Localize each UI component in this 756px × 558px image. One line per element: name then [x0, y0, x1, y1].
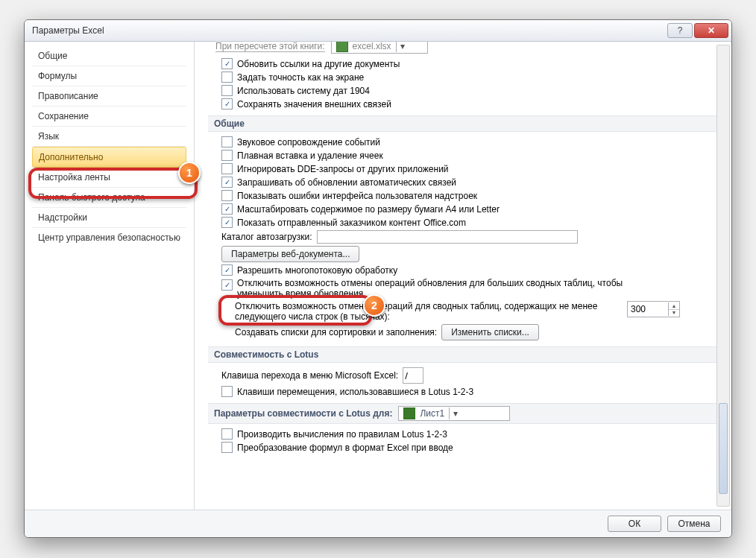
- sidebar-item-advanced[interactable]: Дополнительно: [32, 147, 186, 168]
- chk-update-links[interactable]: [221, 58, 233, 69]
- edit-lists-button[interactable]: Изменить списки...: [441, 324, 539, 340]
- options-content: При пересчете этой книги: excel.xlsx ▾ О…: [195, 42, 731, 510]
- chk-sound[interactable]: [221, 136, 233, 148]
- excel-file-icon: [336, 42, 348, 52]
- chk-sound-label: Звуковое сопровождение событий: [237, 137, 380, 148]
- chk-lotus-formula-convert-label: Преобразование формул в формат Excel при…: [237, 443, 453, 453]
- chk-ignore-dde-label: Игнорировать DDE-запросы от других прило…: [237, 164, 449, 174]
- chk-1904[interactable]: [221, 85, 233, 96]
- chk-ask-update-label: Запрашивать об обновлении автоматических…: [237, 177, 456, 188]
- lotus-params-label: Параметры совместимости с Lotus для:: [214, 408, 392, 419]
- category-sidebar: Общие Формулы Правописание Сохранение Яз…: [25, 42, 195, 510]
- undo-pivot-rows-label: Отключить возможность отмены операций дл…: [235, 301, 623, 322]
- sheet-icon: [403, 408, 415, 419]
- chk-precision-label: Задать точность как на экране: [237, 72, 364, 83]
- undo-pivot-rows-input[interactable]: [628, 302, 668, 316]
- sidebar-item-trustcenter[interactable]: Центр управления безопасностью: [32, 228, 186, 247]
- spin-up-icon[interactable]: ▲: [669, 302, 679, 310]
- sidebar-item-qat[interactable]: Панель быстрого доступа: [32, 188, 186, 208]
- dialog-footer: ОК Отмена: [25, 510, 731, 537]
- chk-lotus-calc-label: Производить вычисления по правилам Lotus…: [237, 429, 447, 440]
- chk-smooth-insert-label: Плавная вставка и удаление ячеек: [237, 150, 383, 161]
- sidebar-item-save[interactable]: Сохранение: [32, 107, 186, 127]
- chk-disable-undo-big-pivot[interactable]: [221, 279, 233, 291]
- chk-office-content[interactable]: [221, 217, 233, 228]
- lotus-menu-label: Клавиша перехода в меню Microsoft Excel:: [221, 370, 398, 381]
- general-section-header: Общие: [208, 115, 724, 132]
- chk-ask-update[interactable]: [221, 177, 233, 188]
- sidebar-item-formulas[interactable]: Формулы: [32, 66, 186, 86]
- web-options-button[interactable]: Параметры веб-документа...: [221, 246, 359, 262]
- recalc-workbook-value: excel.xlsx: [353, 42, 391, 51]
- chevron-down-icon: ▾: [396, 42, 409, 52]
- recalc-section-header: При пересчете этой книги: excel.xlsx ▾: [215, 42, 718, 54]
- recalc-workbook-combo[interactable]: excel.xlsx ▾: [331, 42, 428, 54]
- lotus-menu-key-input[interactable]: [403, 367, 423, 384]
- chk-lotus-calc[interactable]: [221, 428, 233, 440]
- content-scrollbar[interactable]: [716, 45, 730, 507]
- chk-scale-a4-label: Масштабировать содержимое по размеру бум…: [237, 204, 500, 215]
- close-button[interactable]: ✕: [694, 23, 728, 38]
- sidebar-item-proofing[interactable]: Правописание: [32, 86, 186, 107]
- chk-addin-errors[interactable]: [221, 190, 233, 201]
- chk-lotus-formula-convert[interactable]: [221, 442, 233, 453]
- chk-update-links-label: Обновить ссылки на другие документы: [237, 59, 400, 69]
- chk-save-external-label: Сохранять значения внешних связей: [237, 99, 391, 110]
- autoload-label: Каталог автозагрузки:: [221, 232, 312, 242]
- sort-lists-label: Создавать списки для сортировки и заполн…: [235, 327, 437, 337]
- undo-pivot-rows-spinner[interactable]: ▲▼: [627, 301, 680, 317]
- lotus-sheet-value: Лист1: [420, 408, 444, 419]
- cancel-button[interactable]: Отмена: [667, 516, 721, 532]
- chk-disable-undo-big-pivot-label: Отключить возможность отмены операций об…: [237, 278, 670, 299]
- chk-1904-label: Использовать систему дат 1904: [237, 86, 370, 96]
- help-button[interactable]: ?: [667, 23, 693, 38]
- chk-lotus-keys-label: Клавиши перемещения, использовавшиеся в …: [237, 387, 473, 397]
- window-title: Параметры Excel: [32, 25, 666, 36]
- scrollbar-thumb[interactable]: [719, 403, 728, 494]
- autoload-path-input[interactable]: [317, 230, 578, 244]
- chk-multithread-label: Разрешить многопотоковую обработку: [237, 265, 397, 276]
- chk-addin-errors-label: Показывать ошибки интерфейса пользовател…: [237, 191, 477, 201]
- lotus-sheet-combo[interactable]: Лист1 ▾: [398, 406, 510, 421]
- chk-multithread[interactable]: [221, 264, 233, 276]
- chk-ignore-dde[interactable]: [221, 163, 233, 174]
- ok-button[interactable]: ОК: [608, 516, 661, 532]
- sidebar-item-general[interactable]: Общие: [32, 46, 186, 66]
- chevron-down-icon: ▾: [449, 408, 462, 419]
- lotus-params-header: Параметры совместимости с Lotus для: Лис…: [208, 403, 724, 424]
- titlebar: Параметры Excel ? ✕: [25, 20, 731, 42]
- chk-scale-a4[interactable]: [221, 203, 233, 215]
- sidebar-item-ribbon[interactable]: Настройка ленты: [32, 168, 186, 188]
- chk-smooth-insert[interactable]: [221, 150, 233, 161]
- chk-save-external[interactable]: [221, 98, 233, 110]
- excel-options-dialog: Параметры Excel ? ✕ Общие Формулы Правоп…: [24, 19, 732, 538]
- chk-office-content-label: Показать отправленный заказчиком контент…: [237, 218, 466, 228]
- recalc-label: При пересчете этой книги:: [215, 42, 325, 52]
- spin-down-icon[interactable]: ▼: [669, 310, 679, 317]
- chk-lotus-keys[interactable]: [221, 386, 233, 397]
- sidebar-item-language[interactable]: Язык: [32, 127, 186, 147]
- chk-precision[interactable]: [221, 72, 233, 83]
- sidebar-item-addins[interactable]: Надстройки: [32, 208, 186, 228]
- lotus-compat-header: Совместимость с Lotus: [208, 346, 724, 363]
